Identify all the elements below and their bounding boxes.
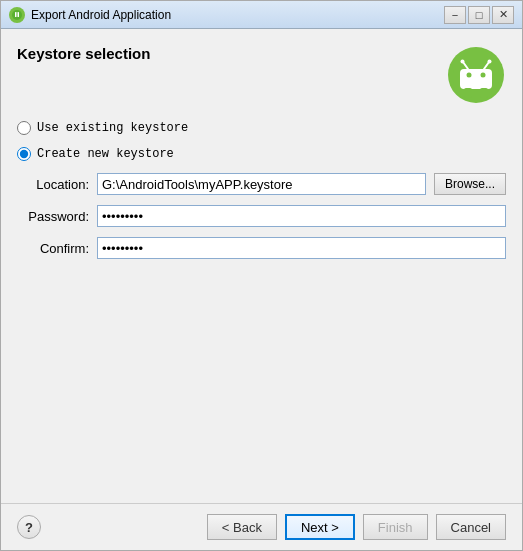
title-bar-icon <box>9 7 25 23</box>
svg-point-5 <box>467 73 472 78</box>
svg-point-0 <box>12 10 22 20</box>
svg-rect-14 <box>492 70 499 84</box>
window-controls: − □ ✕ <box>444 6 514 24</box>
svg-point-6 <box>481 73 486 78</box>
help-button[interactable]: ? <box>17 515 41 539</box>
confirm-label: Confirm: <box>17 241 89 256</box>
title-bar: Export Android Application − □ ✕ <box>1 1 522 29</box>
section-title: Keystore selection <box>17 45 150 62</box>
minimize-button[interactable]: − <box>444 6 466 24</box>
android-logo <box>446 45 506 105</box>
finish-button[interactable]: Finish <box>363 514 428 540</box>
location-row: Location: Browse... <box>17 173 506 195</box>
svg-rect-2 <box>18 12 20 17</box>
create-keystore-row: Create new keystore <box>17 147 506 161</box>
existing-keystore-radio[interactable] <box>17 121 31 135</box>
form-area: Use existing keystore Create new keystor… <box>17 121 506 304</box>
window-title: Export Android Application <box>31 8 444 22</box>
content-area: Keystore selection <box>1 29 522 503</box>
create-keystore-radio[interactable] <box>17 147 31 161</box>
password-input[interactable] <box>97 205 506 227</box>
svg-rect-1 <box>15 12 17 17</box>
location-label: Location: <box>17 177 89 192</box>
cancel-button[interactable]: Cancel <box>436 514 506 540</box>
back-button[interactable]: < Back <box>207 514 277 540</box>
confirm-row: Confirm: <box>17 237 506 259</box>
create-keystore-label[interactable]: Create new keystore <box>37 147 174 161</box>
existing-keystore-row: Use existing keystore <box>17 121 506 135</box>
svg-point-9 <box>461 60 465 64</box>
svg-rect-13 <box>453 70 460 84</box>
close-button[interactable]: ✕ <box>492 6 514 24</box>
location-input[interactable] <box>97 173 426 195</box>
svg-rect-12 <box>480 88 488 98</box>
footer: ? < Back Next > Finish Cancel <box>1 503 522 550</box>
svg-rect-11 <box>464 88 472 98</box>
main-window: Export Android Application − □ ✕ Keystor… <box>0 0 523 551</box>
confirm-input[interactable] <box>97 237 506 259</box>
password-row: Password: <box>17 205 506 227</box>
svg-rect-4 <box>460 69 492 89</box>
browse-button[interactable]: Browse... <box>434 173 506 195</box>
svg-point-10 <box>488 60 492 64</box>
next-button[interactable]: Next > <box>285 514 355 540</box>
maximize-button[interactable]: □ <box>468 6 490 24</box>
existing-keystore-label[interactable]: Use existing keystore <box>37 121 188 135</box>
password-label: Password: <box>17 209 89 224</box>
header-row: Keystore selection <box>17 45 506 105</box>
